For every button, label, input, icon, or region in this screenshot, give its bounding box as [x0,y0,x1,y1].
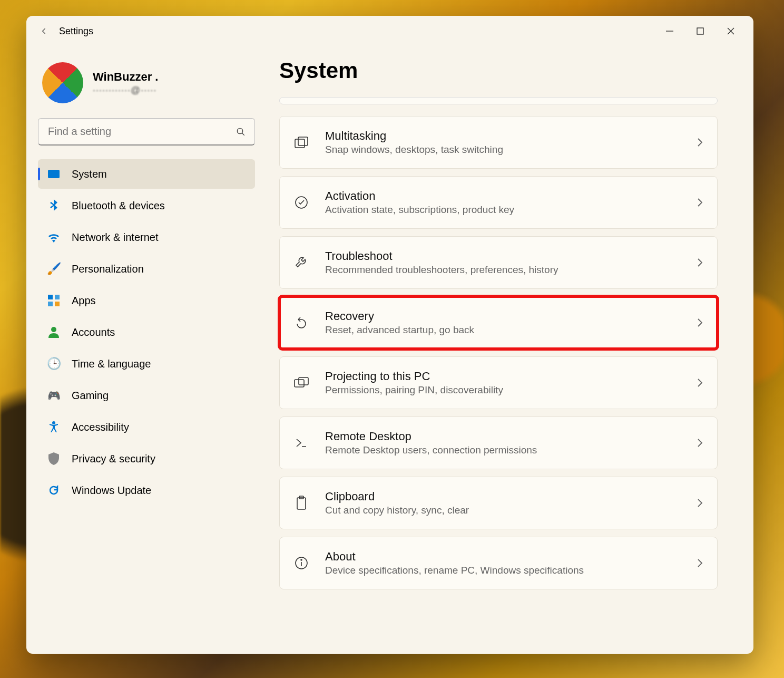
chevron-right-icon [696,557,703,569]
settings-card-projecting-to-this-pc[interactable]: Projecting to this PCPermissions, pairin… [279,356,718,409]
accessibility-icon [47,421,60,433]
sidebar-item-label: Network & internet [72,231,159,244]
svg-rect-1 [697,28,703,34]
accounts-icon [47,326,60,338]
svg-rect-9 [48,302,53,306]
card-subtitle: Device specifications, rename PC, Window… [325,565,696,576]
project-icon [293,375,309,391]
sidebar-item-label: Windows Update [72,485,151,497]
card-subtitle: Permissions, pairing PIN, discoverabilit… [325,384,696,396]
card-title: Recovery [325,309,696,323]
wrench-icon [293,255,309,270]
minimize-icon [666,27,673,35]
search-input[interactable] [38,118,255,146]
profile-name: WinBuzzer . [93,70,158,84]
privacy-security-icon [47,452,60,465]
search-icon [236,127,246,137]
multitask-icon [293,134,309,150]
settings-card-multitasking[interactable]: MultitaskingSnap windows, desktops, task… [279,116,718,169]
svg-rect-18 [297,498,306,509]
close-icon [727,27,734,35]
check-icon [293,195,309,210]
minimize-button[interactable] [654,21,685,42]
partial-card-top[interactable] [279,97,718,104]
chevron-right-icon [696,257,703,268]
sidebar: WinBuzzer . ············@····· SystemBlu… [26,46,269,654]
svg-rect-17 [299,377,308,385]
svg-rect-16 [295,380,304,387]
svg-rect-10 [55,302,60,306]
gaming-icon: 🎮 [47,389,60,402]
chevron-right-icon [696,137,703,148]
profile-section[interactable]: WinBuzzer . ············@····· [38,62,255,103]
svg-point-11 [51,327,56,332]
card-title: Multitasking [325,129,696,143]
sidebar-item-label: System [72,168,107,180]
card-title: Troubleshoot [325,249,696,263]
windows-update-icon [47,484,60,497]
info-icon [293,555,309,571]
sidebar-item-network-internet[interactable]: Network & internet [38,222,255,252]
titlebar: Settings [26,16,753,46]
close-button[interactable] [716,21,746,42]
card-title: Clipboard [325,490,696,503]
card-subtitle: Reset, advanced startup, go back [325,324,696,336]
settings-card-recovery[interactable]: RecoveryReset, advanced startup, go back [279,296,718,349]
sidebar-item-label: Personalization [72,263,144,275]
sidebar-item-apps[interactable]: Apps [38,286,255,315]
system-icon [47,168,60,180]
card-subtitle: Recommended troubleshooters, preferences… [325,264,696,276]
card-subtitle: Remote Desktop users, connection permiss… [325,444,696,456]
svg-point-22 [301,559,302,560]
card-subtitle: Activation state, subscriptions, product… [325,204,696,216]
time-language-icon: 🕒 [47,357,60,370]
chevron-right-icon [696,497,703,509]
settings-card-troubleshoot[interactable]: TroubleshootRecommended troubleshooters,… [279,236,718,289]
sidebar-item-label: Apps [72,295,96,307]
sidebar-item-system[interactable]: System [38,159,255,189]
sidebar-item-bluetooth-devices[interactable]: Bluetooth & devices [38,191,255,220]
sidebar-item-accessibility[interactable]: Accessibility [38,412,255,442]
chevron-right-icon [696,437,703,449]
card-title: About [325,550,696,564]
network-internet-icon [47,231,60,244]
settings-card-clipboard[interactable]: ClipboardCut and copy history, sync, cle… [279,477,718,529]
sidebar-item-gaming[interactable]: 🎮Gaming [38,381,255,410]
sidebar-item-label: Privacy & security [72,453,155,465]
app-title: Settings [59,26,93,37]
sidebar-item-label: Gaming [72,390,109,402]
svg-line-5 [242,133,244,135]
svg-rect-14 [298,137,308,146]
sidebar-item-label: Accessibility [72,421,129,433]
sidebar-item-accounts[interactable]: Accounts [38,317,255,347]
svg-point-12 [52,421,55,424]
settings-card-activation[interactable]: ActivationActivation state, subscription… [279,176,718,229]
apps-icon [47,294,60,307]
sidebar-item-windows-update[interactable]: Windows Update [38,476,255,505]
sidebar-item-label: Time & language [72,358,151,370]
maximize-icon [697,27,704,35]
recovery-icon [293,315,309,331]
settings-card-about[interactable]: AboutDevice specifications, rename PC, W… [279,537,718,589]
svg-point-4 [237,128,243,134]
sidebar-item-personalization[interactable]: 🖌️Personalization [38,254,255,284]
clipboard-icon [293,495,309,511]
main-content: System MultitaskingSnap windows, desktop… [269,46,753,654]
card-title: Projecting to this PC [325,370,696,383]
chevron-right-icon [696,377,703,389]
personalization-icon: 🖌️ [47,263,60,275]
chevron-right-icon [696,317,703,328]
back-button[interactable] [34,21,55,42]
settings-window: Settings WinBuzzer . ············@····· … [26,16,753,654]
sidebar-item-privacy-security[interactable]: Privacy & security [38,444,255,473]
sidebar-item-time-language[interactable]: 🕒Time & language [38,349,255,379]
svg-rect-6 [48,170,60,178]
card-subtitle: Snap windows, desktops, task switching [325,144,696,156]
svg-rect-8 [55,295,60,299]
settings-card-remote-desktop[interactable]: Remote DesktopRemote Desktop users, conn… [279,417,718,469]
maximize-button[interactable] [685,21,716,42]
sidebar-item-label: Accounts [72,326,115,338]
chevron-right-icon [696,197,703,208]
svg-rect-13 [295,139,305,148]
arrow-left-icon [39,26,50,36]
